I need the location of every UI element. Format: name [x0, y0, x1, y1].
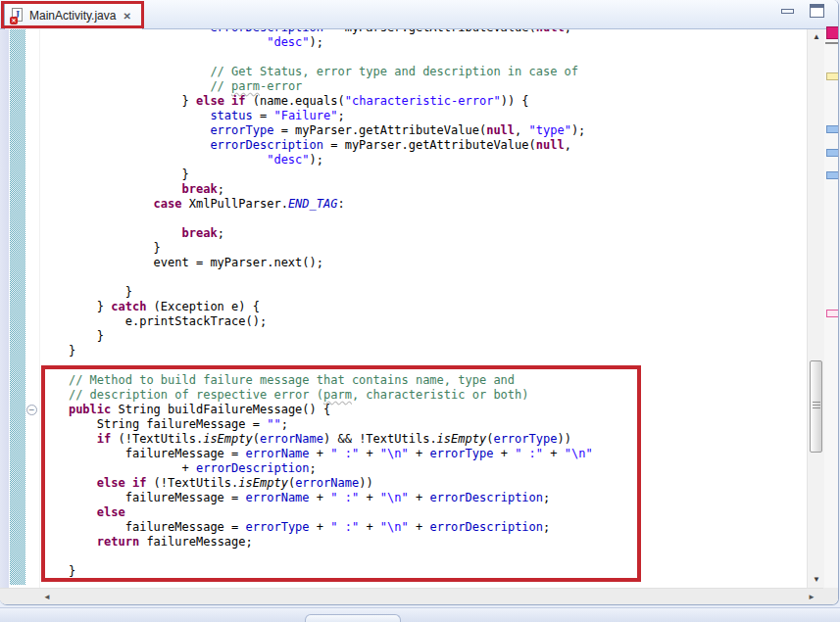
code-line: else if (!TextUtils.isEmpty(errorName)): [40, 476, 593, 491]
overview-error-indicator[interactable]: [826, 26, 839, 39]
code-line: [40, 50, 593, 65]
code-line: event = myParser.next();: [40, 256, 593, 270]
code-line: errorType = myParser.getAttributeValue(n…: [40, 123, 593, 138]
code-line: e.printStackTrace();: [40, 314, 593, 329]
overview-marker-search-blue[interactable]: [826, 149, 839, 157]
code-line: // Method to build failure message that …: [40, 373, 593, 388]
code-line: + errorDescription;: [40, 461, 593, 476]
view-toolbar: [781, 4, 824, 18]
code-line: public String buildFailureMessage() {: [40, 403, 593, 417]
code-line: status = "Failure";: [40, 109, 593, 123]
scrollbar-right-icon[interactable]: ►: [804, 589, 819, 605]
code-line: case XmlPullParser.END_TAG:: [40, 197, 593, 212]
editor-body: − errorDescription = myParser.getAttribu…: [0, 29, 839, 588]
code-line: "desc");: [40, 153, 593, 167]
code-line: failureMessage = errorType + " :" + "\n"…: [40, 520, 593, 535]
code-lines: errorDescription = myParser.getAttribute…: [40, 29, 593, 579]
error-overlay-icon: ✕: [10, 17, 18, 24]
code-line: }: [40, 564, 593, 579]
overview-ruler-divider: [825, 42, 839, 44]
code-line: else: [40, 505, 593, 520]
annotation-ruler[interactable]: [0, 29, 9, 588]
code-line: return failureMessage;: [40, 535, 593, 550]
code-line: }: [40, 167, 593, 182]
code-line: [40, 550, 593, 564]
fold-collapse-icon[interactable]: −: [26, 405, 37, 415]
code-line: }: [40, 344, 593, 359]
scrollbar-left-icon[interactable]: ◄: [39, 589, 55, 605]
code-line: }: [40, 241, 593, 256]
scrollbar-corner: [0, 589, 39, 605]
code-line: "desc");: [40, 35, 593, 50]
code-line: [40, 212, 593, 226]
minimize-icon[interactable]: [781, 9, 794, 14]
method-range-indicator: [10, 29, 25, 585]
code-line: [40, 359, 593, 373]
maximize-icon[interactable]: [810, 4, 824, 18]
tab-title: MainActivity.java: [29, 9, 116, 23]
tab-close-icon[interactable]: ✕: [123, 11, 130, 22]
code-line: // parm-error: [40, 79, 593, 94]
overview-marker-search-blue[interactable]: [826, 125, 839, 133]
code-line: break;: [40, 226, 593, 241]
code-line: [40, 270, 593, 285]
scrollbar-corner: [823, 588, 839, 605]
code-line: failureMessage = errorName + " :" + "\n"…: [40, 447, 593, 461]
code-line: // Get Status, error type and descriptio…: [40, 65, 593, 79]
code-line: }: [40, 329, 593, 344]
code-line: failureMessage = errorName + " :" + "\n"…: [40, 491, 593, 505]
java-file-error-icon: J ✕: [11, 8, 25, 24]
tab-mainactivity[interactable]: J ✕ MainActivity.java ✕: [4, 1, 143, 29]
overview-marker-search-blue[interactable]: [826, 171, 839, 179]
fold-gutter[interactable]: −: [25, 29, 40, 588]
code-line: String failureMessage = "";: [40, 417, 593, 432]
code-line: } catch (Exception e) {: [40, 300, 593, 314]
code-line: break;: [40, 182, 593, 197]
vertical-scrollbar-thumb[interactable]: [810, 360, 822, 453]
code-editor-area[interactable]: errorDescription = myParser.getAttribute…: [40, 29, 807, 588]
vertical-scrollbar[interactable]: ▲ ▼: [807, 29, 824, 588]
editor-view: J ✕ MainActivity.java ✕ − errorDescripti…: [0, 0, 839, 605]
code-line: if (!TextUtils.isEmpty(errorName) && !Te…: [40, 432, 593, 447]
lower-view-edge: [0, 607, 840, 622]
editor-tab-bar: J ✕ MainActivity.java ✕: [0, 0, 838, 29]
scrollbar-down-icon[interactable]: ▼: [808, 573, 825, 587]
overview-marker-occurrence-yellow[interactable]: [826, 72, 839, 80]
horizontal-scrollbar[interactable]: ◄ ►: [0, 588, 823, 605]
code-line: // description of respective error (parm…: [40, 388, 593, 403]
lower-view-tab[interactable]: [305, 614, 401, 622]
code-line: }: [40, 285, 593, 300]
overview-marker-occurrence-pink[interactable]: [826, 310, 839, 317]
scrollbar-grip: [813, 402, 820, 410]
code-line: errorDescription = myParser.getAttribute…: [40, 138, 593, 153]
scrollbar-up-icon[interactable]: ▲: [808, 30, 825, 44]
code-line: } else if (name.equals("characteristic-e…: [40, 94, 593, 109]
overview-ruler[interactable]: [824, 29, 839, 588]
